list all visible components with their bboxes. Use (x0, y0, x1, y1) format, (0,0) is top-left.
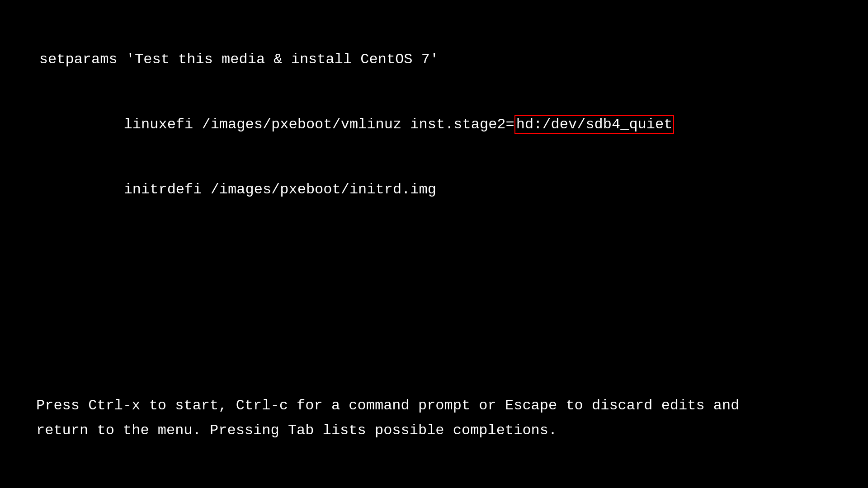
help-line-1: Press Ctrl-x to start, Ctrl-c for a comm… (36, 394, 739, 418)
linuxefi-prefix: linuxefi /images/pxeboot/vmlinuz inst.st… (89, 116, 514, 133)
highlighted-parameter: hd:/dev/sdb4_quiet (514, 115, 675, 134)
setparams-line: setparams 'Test this media & install Cen… (0, 27, 868, 92)
setparams-text: setparams 'Test this media & install Cen… (39, 51, 439, 68)
help-line-2: return to the menu. Pressing Tab lists p… (36, 418, 739, 443)
initrdefi-line: initrdefi /images/pxeboot/initrd.img (0, 157, 868, 222)
linuxefi-line: linuxefi /images/pxeboot/vmlinuz inst.st… (0, 92, 868, 157)
help-section: Press Ctrl-x to start, Ctrl-c for a comm… (0, 394, 775, 443)
initrdefi-text: initrdefi /images/pxeboot/initrd.img (89, 181, 436, 198)
